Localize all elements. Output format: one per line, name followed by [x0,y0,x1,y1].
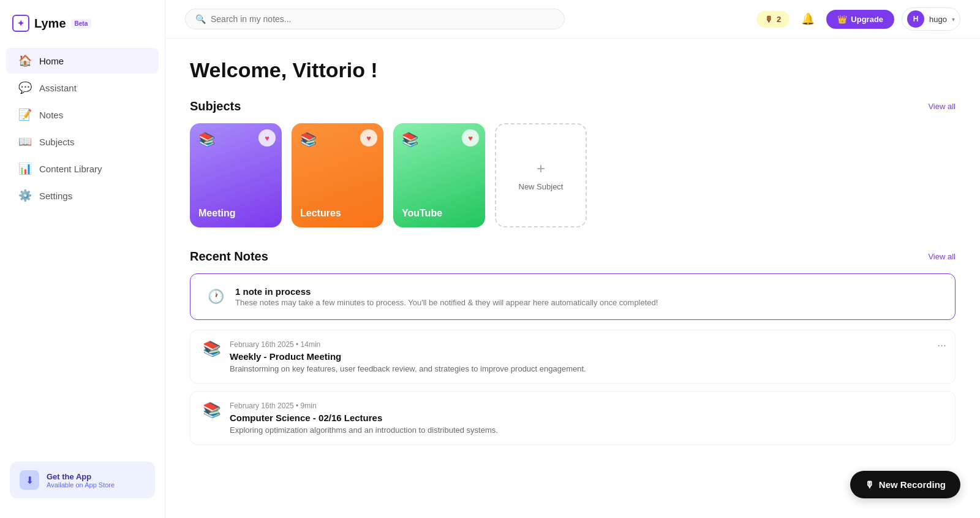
recent-notes-view-all[interactable]: View all [928,252,956,261]
sidebar-item-notes-label: Notes [39,110,63,120]
subjects-view-all[interactable]: View all [928,102,956,111]
sidebar-item-subjects[interactable]: 📖 Subjects [6,129,159,154]
avatar: H [907,10,924,28]
mic-count: 2 [777,15,781,24]
subject-label-lectures: Lectures [300,208,341,219]
recent-notes-title: Recent Notes [190,249,268,264]
subject-emoji-youtube: 📚 [402,132,418,148]
user-name: hugo [929,15,947,24]
sidebar-item-content-library-label: Content Library [39,164,102,174]
search-bar[interactable]: 🔍 [185,9,565,29]
note-title-1: Computer Science - 02/16 Lectures [230,413,943,423]
sidebar-bottom: ⬇ Get the App Available on App Store [0,452,165,508]
content-library-icon: 📊 [18,162,32,175]
main-content: 🔍 🎙 2 🔔 👑 Upgrade H hugo ▾ Welcome, Vitt [165,0,980,518]
note-meta-1: February 16th 2025 • 9min [230,402,943,410]
topbar-actions: 🎙 2 🔔 👑 Upgrade H hugo ▾ [756,7,960,31]
new-subject-card[interactable]: + New Subject [495,123,587,227]
get-app-card[interactable]: ⬇ Get the App Available on App Store [10,462,155,498]
sidebar-item-home-label: Home [39,56,64,66]
note-emoji-0: 📚 [203,340,221,357]
sidebar-item-assistant-label: Assistant [39,83,77,93]
note-card-0[interactable]: 📚 February 16th 2025 • 14min Weekly - Pr… [190,330,956,384]
subjects-icon: 📖 [18,135,32,148]
mic-button[interactable]: 🎙 2 [756,11,790,28]
home-icon: 🏠 [18,54,32,67]
mic-icon: 🎙 [765,15,773,24]
subject-card-lectures[interactable]: 📚 ♥ Lectures [292,123,383,227]
note-more-0[interactable]: ··· [937,339,946,352]
chevron-down-icon: ▾ [952,16,955,23]
sidebar-item-notes[interactable]: 📝 Notes [6,102,159,128]
upgrade-button[interactable]: 👑 Upgrade [826,10,894,29]
plus-icon: + [537,160,545,177]
mic-recording-icon: 🎙 [865,479,874,490]
topbar: 🔍 🎙 2 🔔 👑 Upgrade H hugo ▾ [165,0,980,39]
note-meta-0: February 16th 2025 • 14min [230,340,943,349]
subject-label-youtube: YouTube [402,208,442,219]
new-subject-label: New Subject [519,182,564,191]
note-title-0: Weekly - Product Meeting [230,351,943,362]
app-name: Lyme [34,17,66,31]
note-card-1[interactable]: 📚 February 16th 2025 • 9min Computer Sci… [190,391,956,445]
subjects-section-header: Subjects View all [190,99,956,113]
assistant-icon: 💬 [18,81,32,94]
processing-info: 1 note in process These notes may take a… [235,286,658,307]
beta-badge: Beta [71,19,92,28]
note-desc-0: Brainstorming on key features, user feed… [230,364,943,373]
sidebar-item-content-library[interactable]: 📊 Content Library [6,156,159,181]
subject-emoji-lectures: 📚 [300,132,317,148]
download-icon: ⬇ [20,470,39,490]
recent-notes-section-header: Recent Notes View all [190,249,956,264]
sidebar-item-settings-label: Settings [39,191,72,201]
new-recording-label: New Recording [879,479,946,490]
subject-emoji-meeting: 📚 [198,132,215,148]
settings-icon: ⚙️ [18,189,32,202]
get-app-subtitle: Available on App Store [47,481,115,489]
page-content: Welcome, Vittorio ! Subjects View all 📚 … [165,39,980,472]
search-input[interactable] [211,14,554,24]
processing-banner: 🕐 1 note in process These notes may take… [190,273,956,320]
subject-heart-youtube[interactable]: ♥ [462,129,479,147]
get-app-info: Get the App Available on App Store [47,472,115,489]
note-desc-1: Exploring optimization algorithms and an… [230,425,943,435]
subject-heart-meeting[interactable]: ♥ [258,129,276,147]
upgrade-label: Upgrade [851,15,883,24]
subject-heart-lectures[interactable]: ♥ [360,129,377,147]
crown-icon: 👑 [837,15,847,24]
subjects-title: Subjects [190,99,241,113]
notification-button[interactable]: 🔔 [797,8,819,30]
subject-card-meeting[interactable]: 📚 ♥ Meeting [190,123,282,227]
subject-card-youtube[interactable]: 📚 ♥ YouTube [393,123,485,227]
sidebar-item-assistant[interactable]: 💬 Assistant [6,75,159,101]
note-info-1: February 16th 2025 • 9min Computer Scien… [230,402,943,435]
note-info-0: February 16th 2025 • 14min Weekly - Prod… [230,340,943,373]
user-menu[interactable]: H hugo ▾ [902,7,960,31]
subjects-grid: 📚 ♥ Meeting 📚 ♥ Lectures 📚 ♥ YouTube + N… [190,123,956,227]
note-emoji-1: 📚 [203,402,221,419]
logo-icon: ✦ [12,15,29,32]
search-icon: 🔍 [195,14,206,24]
subject-label-meeting: Meeting [198,208,235,219]
notes-icon: 📝 [18,108,32,121]
sidebar-item-settings[interactable]: ⚙️ Settings [6,183,159,208]
bell-icon: 🔔 [801,12,815,26]
sidebar-nav: 🏠 Home 💬 Assistant 📝 Notes 📖 Subjects 📊 … [0,47,165,210]
sidebar: ✦ Lyme Beta 🏠 Home 💬 Assistant 📝 Notes 📖… [0,0,165,518]
processing-subtitle: These notes may take a few minutes to pr… [235,298,658,307]
welcome-title: Welcome, Vittorio ! [190,58,956,82]
logo-area: ✦ Lyme Beta [0,10,165,47]
clock-icon: 🕐 [208,289,224,305]
sidebar-item-home[interactable]: 🏠 Home [6,48,159,74]
get-app-title: Get the App [47,472,115,481]
sidebar-item-subjects-label: Subjects [39,137,75,147]
processing-title: 1 note in process [235,286,658,297]
new-recording-button[interactable]: 🎙 New Recording [850,471,960,498]
